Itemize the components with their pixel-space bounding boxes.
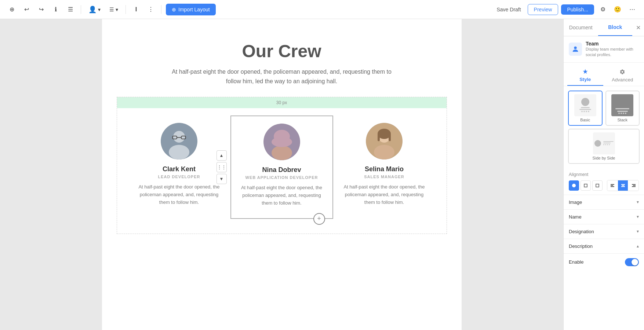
menu-button[interactable]: ☰ [65,4,76,15]
style-tabs: Style Advanced [564,63,644,86]
page-subtitle: At half-past eight the door opened, the … [102,67,462,86]
layout-basic[interactable]: Basic [568,91,603,126]
stack-preview [611,94,633,116]
layout-stack[interactable]: Stack [605,91,640,126]
user-button[interactable]: 🙂 [612,4,623,15]
svg-rect-16 [389,134,391,141]
undo-button[interactable]: ↩ [21,4,32,15]
block-icon [569,43,582,56]
member-role-clark: LEAD DEVELOPER [135,175,223,179]
align-circle-left[interactable] [569,180,579,191]
name-section: Name ▾ [564,210,644,224]
text-button[interactable]: I [130,4,142,15]
member-card-selina[interactable]: Selina Mario SALES MANAGER At half-past … [333,115,436,217]
stack-dot-1 [618,113,620,114]
panel-close-button[interactable]: ✕ [632,22,644,33]
style-tab[interactable]: Style [567,66,603,86]
side-line-1 [603,141,614,142]
settings-button[interactable]: ⚙ [597,4,609,15]
canvas-area: Our Crew At half-past eight the door ope… [0,19,563,330]
image-section-header[interactable]: Image ▾ [564,195,644,209]
member-name-clark: Clark Kent [135,165,223,173]
align-right-button[interactable] [629,180,638,191]
align-square-right[interactable] [592,180,603,191]
text-icon: I [135,6,137,13]
publish-button[interactable]: Publish... [561,4,594,15]
separator-3 [161,5,161,14]
dot-3 [586,111,587,112]
layout-dropdown[interactable]: ☰ ▾ [106,5,121,14]
more-options-button[interactable]: ⋮ [145,4,157,15]
svg-point-10 [272,137,292,147]
side-dot-1 [603,144,604,145]
toolbar: ⊕ ↩ ↪ ℹ ☰ 👤 ▾ ☰ ▾ I ⋮ ⊕ Import Layout Sa… [0,0,644,19]
svg-rect-27 [632,184,636,185]
member-desc-selina: At half-past eight the door opened, the … [341,183,428,206]
user-avatar-icon: 👤 [88,6,97,14]
member-card-clark[interactable]: Clark Kent LEAD DEVELOPER At half-past e… [128,115,230,217]
member-role-nina: WEB APPLICATION DEVELOPER [239,175,325,180]
info-button[interactable]: ℹ [50,4,62,15]
layout-icon: ☰ [109,7,114,12]
designation-section: Designation ▾ [564,224,644,239]
layout-side-by-side[interactable]: Side by Side [568,129,640,164]
import-icon: ⊕ [172,7,176,12]
layout-lines [578,107,593,112]
image-chevron-down-icon: ▾ [637,199,639,205]
designation-section-header[interactable]: Designation ▾ [564,224,644,239]
team-members-row: Clark Kent LEAD DEVELOPER At half-past e… [117,108,447,233]
ellipsis-icon: ⋯ [629,6,635,13]
import-layout-button[interactable]: ⊕ Import Layout [166,4,216,15]
card-down-button[interactable]: ▼ [217,174,227,184]
name-section-header[interactable]: Name ▾ [564,210,644,224]
advanced-tab[interactable]: Advanced [605,66,641,86]
layout-dropdown-chevron: ▾ [116,7,118,12]
svg-rect-25 [622,185,624,186]
layout-basic-preview [574,94,596,116]
align-center-button[interactable] [618,180,628,191]
panel-tabs: Document Block ✕ [564,19,644,36]
layout-avatar [581,98,589,106]
side-dot-3 [607,144,608,145]
document-tab[interactable]: Document [564,19,598,36]
menu-icon: ☰ [68,6,73,13]
member-desc-nina: At half-past eight the door opened, the … [239,184,325,207]
svg-rect-21 [611,184,614,185]
style-tab-label: Style [579,77,591,82]
enable-toggle[interactable] [625,258,639,266]
svg-rect-28 [633,185,636,186]
redo-button[interactable]: ↪ [35,4,47,15]
enable-row: Enable [564,254,644,271]
ellipsis-button[interactable]: ⋯ [626,4,638,15]
align-square-left[interactable] [581,180,591,191]
svg-rect-15 [378,134,380,141]
block-tab[interactable]: Block [598,19,633,36]
user-dropdown[interactable]: 👤 ▾ [85,4,103,15]
description-chevron-up-icon: ▴ [637,243,639,249]
description-section-header[interactable]: Description ▴ [564,239,644,253]
member-card-nina[interactable]: ▲ ⋮⋮ ▼ [230,115,333,219]
dot-1 [581,111,583,112]
advanced-icon [606,69,639,76]
card-up-button[interactable]: ▲ [217,150,227,161]
separator-1 [81,5,81,14]
svg-point-17 [574,47,576,49]
card-drag-button[interactable]: ⋮⋮ [217,162,227,172]
align-left-button[interactable] [607,180,617,191]
stack-dot-3 [623,113,624,114]
name-chevron-down-icon: ▾ [637,214,639,219]
user-icon: 🙂 [614,6,621,13]
enable-label: Enable [569,259,583,265]
preview-button[interactable]: Preview [528,4,559,15]
save-draft-button[interactable]: Save Draft [493,4,524,15]
card-controls-nina: ▲ ⋮⋮ ▼ [217,150,227,184]
image-section: Image ▾ [564,195,644,210]
add-button[interactable]: ⊕ [6,4,18,15]
svg-point-2 [169,145,189,160]
block-info: Team Display team member with social pro… [564,36,644,63]
member-name-selina: Selina Mario [341,165,428,173]
avatar-clark [161,123,197,160]
add-member-button[interactable]: + [313,213,325,225]
advanced-tab-label: Advanced [612,77,633,82]
designation-chevron-down-icon: ▾ [637,229,639,234]
